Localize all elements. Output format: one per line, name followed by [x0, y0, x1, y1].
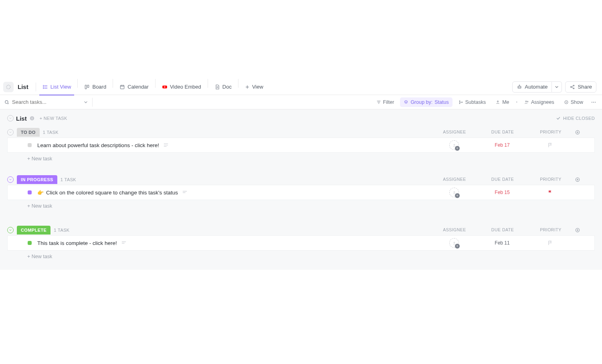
filter-icon: [376, 100, 381, 105]
search-icon: [4, 99, 10, 105]
hide-closed-button[interactable]: HIDE CLOSED: [556, 116, 595, 121]
task-row[interactable]: This task is complete - click here! Feb …: [7, 235, 595, 251]
breadcrumb-list-icon[interactable]: [3, 82, 14, 92]
task-title: Click on the colored square to change th…: [46, 190, 178, 196]
priority-cell[interactable]: [526, 190, 574, 195]
task-row[interactable]: 👉 Click on the colored square to change …: [7, 185, 595, 200]
new-task-row[interactable]: + New task: [7, 200, 595, 212]
tab-add-view[interactable]: View: [240, 79, 268, 95]
svg-point-24: [571, 86, 572, 87]
task-row[interactable]: Learn about powerful task descriptions -…: [7, 138, 595, 153]
person-icon: [495, 100, 500, 105]
description-icon[interactable]: [163, 142, 169, 148]
due-date-cell[interactable]: Feb 15: [478, 190, 526, 195]
col-priority: PRIORITY: [527, 177, 575, 182]
svg-point-6: [43, 88, 43, 88]
svg-point-38: [497, 101, 499, 102]
svg-point-21: [520, 87, 520, 87]
subtasks-button[interactable]: Subtasks: [455, 97, 489, 107]
more-button[interactable]: [589, 97, 598, 107]
share-button[interactable]: Share: [565, 81, 596, 93]
view-header: List List View Board Calendar Video Embe…: [0, 79, 602, 95]
search-input[interactable]: [12, 99, 81, 105]
status-pill-complete[interactable]: COMPLETE: [17, 226, 51, 235]
description-icon[interactable]: [121, 240, 127, 246]
due-date-cell[interactable]: Feb 17: [478, 142, 526, 148]
more-icon: [591, 99, 596, 105]
tab-board[interactable]: Board: [79, 79, 111, 95]
new-task-row[interactable]: + New task: [7, 153, 595, 165]
tab-video-embed[interactable]: Video Embed: [157, 79, 206, 95]
group-icon: [404, 100, 408, 105]
priority-cell[interactable]: [526, 240, 574, 246]
tab-list-view[interactable]: List View: [38, 79, 76, 95]
group-by-value: Status: [434, 99, 448, 105]
svg-rect-8: [88, 85, 89, 87]
collapse-group-icon[interactable]: [7, 129, 14, 135]
check-icon: [556, 116, 561, 121]
add-column-button[interactable]: [575, 177, 595, 182]
status-square[interactable]: [28, 241, 32, 245]
assignee-cell[interactable]: [430, 238, 478, 248]
tab-label: View: [252, 84, 263, 90]
add-column-button[interactable]: [575, 227, 595, 233]
group-by-prefix: Group by:: [410, 99, 432, 105]
status-pill-todo[interactable]: TO DO: [17, 128, 40, 137]
share-icon: [570, 84, 575, 90]
tab-calendar[interactable]: Calendar: [115, 79, 154, 95]
automate-button[interactable]: Automate: [512, 81, 552, 93]
chevron-down-icon[interactable]: [83, 100, 88, 105]
collapse-list-icon[interactable]: [7, 115, 14, 121]
group-by-button[interactable]: Group by: Status: [400, 97, 452, 107]
robot-icon: [517, 84, 522, 90]
tab-label: Video Embed: [170, 84, 201, 90]
assignee-cell[interactable]: [430, 140, 478, 150]
show-label: Show: [571, 99, 583, 105]
priority-cell[interactable]: [526, 142, 574, 148]
show-button[interactable]: Show: [560, 97, 587, 107]
svg-point-55: [454, 144, 455, 145]
assignees-button[interactable]: Assignees: [521, 97, 558, 107]
flag-icon: [547, 240, 553, 246]
divider: [92, 98, 93, 107]
due-date-cell[interactable]: Feb 11: [478, 240, 526, 246]
col-due-date: DUE DATE: [479, 227, 527, 233]
collapse-group-icon[interactable]: [7, 227, 14, 233]
automate-dropdown[interactable]: [552, 81, 562, 93]
subtasks-icon: [459, 100, 463, 105]
col-assignee: ASSIGNEE: [430, 227, 479, 233]
description-icon[interactable]: [182, 190, 188, 195]
tab-doc[interactable]: Doc: [210, 79, 236, 95]
svg-point-4: [43, 85, 43, 85]
col-due-date: DUE DATE: [479, 177, 527, 182]
page-title: List: [18, 83, 28, 90]
svg-point-39: [525, 101, 527, 102]
assignee-cell[interactable]: [430, 188, 478, 197]
tab-label: List View: [51, 84, 71, 90]
divider: [36, 83, 36, 91]
svg-point-5: [43, 87, 43, 87]
filter-button[interactable]: Filter: [373, 97, 398, 107]
add-column-button[interactable]: [575, 129, 595, 135]
new-task-header-button[interactable]: + NEW TASK: [40, 116, 67, 121]
me-button[interactable]: Me: [492, 97, 513, 107]
plus-circle-icon: [575, 177, 580, 182]
new-task-row[interactable]: + New task: [7, 251, 595, 263]
svg-point-43: [592, 101, 592, 102]
status-square[interactable]: [28, 143, 32, 147]
status-square[interactable]: [28, 190, 32, 194]
divider: [77, 79, 78, 88]
collapse-group-icon[interactable]: [7, 176, 14, 183]
svg-point-20: [519, 87, 519, 87]
svg-point-45: [595, 101, 596, 102]
svg-line-30: [8, 103, 8, 104]
svg-point-29: [5, 100, 8, 103]
plus-circle-icon: [575, 129, 580, 135]
svg-line-28: [572, 87, 574, 88]
flag-icon: [547, 142, 553, 148]
info-icon[interactable]: [29, 115, 35, 121]
group-count: 1 TASK: [43, 130, 59, 135]
assign-person-icon: [449, 188, 459, 197]
divider: [155, 79, 156, 88]
status-pill-inprogress[interactable]: IN PROGRESS: [17, 175, 57, 184]
